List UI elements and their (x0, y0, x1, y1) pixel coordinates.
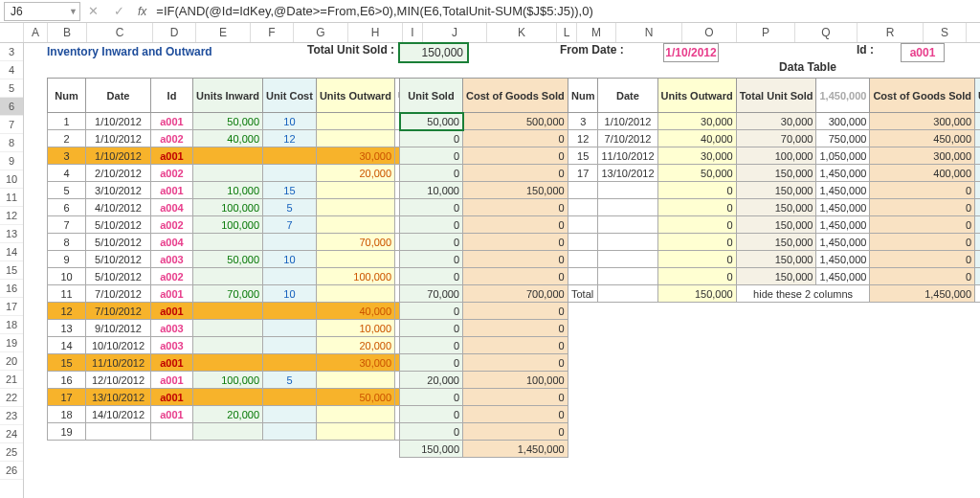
row-number[interactable]: 24 (0, 425, 23, 443)
table-row[interactable]: 00 (400, 147, 568, 165)
col-header[interactable]: D (153, 23, 196, 42)
row-number[interactable]: 26 (0, 462, 23, 480)
row-number[interactable]: 25 (0, 443, 23, 462)
col-header: Units Inward (193, 79, 263, 113)
row-number[interactable]: 7 (0, 116, 23, 134)
row-number[interactable]: 21 (0, 371, 23, 389)
from-date-value[interactable]: 1/10/2012 (663, 43, 719, 62)
row-number[interactable]: 8 (0, 134, 23, 152)
table-row[interactable]: 00 (400, 165, 568, 182)
chevron-down-icon[interactable]: ▼ (69, 7, 78, 16)
table-row[interactable]: 00 (400, 423, 568, 441)
col-header[interactable]: E (196, 23, 251, 42)
table-row[interactable]: 00 (400, 303, 568, 320)
col-header: 1,450,000 (816, 79, 870, 113)
cancel-icon[interactable]: ✕ (88, 4, 99, 18)
col-header[interactable]: J (423, 23, 487, 42)
table-row[interactable]: 00 (400, 268, 568, 285)
totals-row: 150,0001,450,000 (400, 441, 568, 458)
table-row[interactable]: 10,000150,000 (400, 182, 568, 199)
col-header[interactable]: S (924, 23, 967, 42)
col-header: Unit Sold (400, 79, 463, 113)
table-row[interactable]: 00 (400, 406, 568, 423)
cells-area[interactable]: Inventory Inward and Outward Total Unit … (24, 43, 980, 498)
table-row[interactable]: 0150,0001,450,00000 (568, 199, 981, 216)
table-row[interactable]: 00 (400, 199, 568, 216)
row-number[interactable]: 17 (0, 298, 23, 316)
col-header: Cost of Goods Sold (870, 79, 975, 113)
column-headers: ABCDEFGHIJKLMNOPQRS (0, 23, 980, 43)
table-row[interactable]: 20,000100,000 (400, 372, 568, 389)
col-header[interactable]: M (577, 23, 616, 42)
col-header: Date (598, 79, 657, 113)
col-header[interactable]: A (24, 23, 48, 42)
table-row[interactable]: 70,000700,000 (400, 285, 568, 303)
fx-icon[interactable]: fx (138, 5, 146, 18)
cell-reference: J6 (11, 5, 23, 18)
page-title: Inventory Inward and Outward (47, 45, 246, 58)
row-number[interactable]: 14 (0, 243, 23, 261)
row-number[interactable]: 11 (0, 189, 23, 207)
table-row[interactable]: 1713/10/201250,000150,0001,450,000400,00… (568, 165, 981, 182)
col-header[interactable]: N (616, 23, 682, 42)
row-number[interactable]: 18 (0, 316, 23, 334)
total-unit-sold-label: Total Unit Sold : (307, 43, 398, 60)
table-row[interactable]: 00 (400, 216, 568, 234)
table-row[interactable]: 50,000500,000 (400, 113, 568, 130)
row-number[interactable]: 5 (0, 79, 23, 98)
row-number[interactable]: 15 (0, 261, 23, 280)
col-header[interactable]: B (48, 23, 87, 42)
col-header[interactable]: C (87, 23, 153, 42)
col-header: Num (48, 79, 86, 113)
row-number[interactable]: 12 (0, 207, 23, 225)
table-row[interactable]: 0150,0001,450,00000 (568, 251, 981, 268)
name-box[interactable]: J6 ▼ (4, 2, 80, 21)
row-number[interactable]: 6 (0, 98, 23, 116)
table-row[interactable]: 00 (400, 130, 568, 147)
col-header[interactable]: F (251, 23, 294, 42)
col-header[interactable]: H (348, 23, 403, 42)
col-header[interactable]: P (737, 23, 795, 42)
table-row[interactable]: 00 (400, 354, 568, 372)
table-row[interactable]: 00 (400, 320, 568, 337)
row-number[interactable]: 3 (0, 43, 23, 61)
accept-icon[interactable]: ✓ (114, 4, 124, 18)
row-number[interactable]: 19 (0, 334, 23, 352)
table-row[interactable]: 31/10/201230,00030,000300,000300,00010 (568, 113, 981, 130)
id-value[interactable]: a001 (901, 43, 945, 62)
col-header[interactable]: I (403, 23, 423, 42)
table-row[interactable]: 00 (400, 251, 568, 268)
table-row[interactable]: 127/10/201240,00070,000750,000450,00011 (568, 130, 981, 147)
col-header[interactable]: R (858, 23, 924, 42)
table-row[interactable]: 00 (400, 337, 568, 354)
row-number[interactable]: 23 (0, 407, 23, 425)
col-header[interactable]: G (294, 23, 348, 42)
table-row[interactable]: 0150,0001,450,00000 (568, 234, 981, 251)
id-label: Id : (857, 43, 878, 60)
row-number[interactable]: 4 (0, 61, 23, 79)
col-header: Units Outward (657, 79, 736, 113)
row-number[interactable]: 10 (0, 170, 23, 189)
col-header: Unit Cost (263, 79, 317, 113)
row-number[interactable]: 16 (0, 280, 23, 298)
formula-input[interactable]: =IF(AND(@Id=IdKey,@Date>=From,E6>0),MIN(… (152, 4, 980, 18)
col-header[interactable]: K (487, 23, 557, 42)
table-row[interactable]: 00 (400, 389, 568, 406)
col-header: Unit Cost (975, 79, 980, 113)
col-header[interactable]: L (557, 23, 577, 42)
col-header[interactable]: Q (795, 23, 858, 42)
table-row[interactable]: 00 (400, 234, 568, 251)
table-row[interactable]: 0150,0001,450,00000 (568, 268, 981, 285)
col-header: Total Unit Sold (736, 79, 816, 113)
table-row[interactable]: 0150,0001,450,00000 (568, 182, 981, 199)
row-number[interactable]: 9 (0, 152, 23, 170)
col-header: Num (568, 79, 598, 113)
total-unit-sold-value[interactable]: 150,000 (399, 43, 468, 62)
row-number[interactable]: 13 (0, 225, 23, 243)
table-row[interactable]: 1511/10/201230,000100,0001,050,000300,00… (568, 147, 981, 165)
right-table: NumDateUnits OutwardTotal Unit Sold1,450… (568, 78, 980, 303)
row-number[interactable]: 20 (0, 352, 23, 371)
col-header[interactable]: O (682, 23, 737, 42)
row-number[interactable]: 22 (0, 389, 23, 407)
table-row[interactable]: 0150,0001,450,00000 (568, 216, 981, 234)
